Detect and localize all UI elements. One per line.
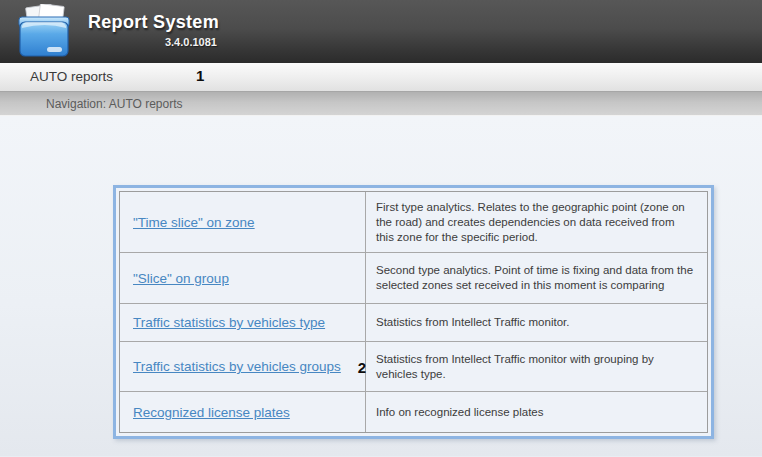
callout-marker-1: 1 (196, 67, 204, 84)
app-title: Report System (88, 12, 219, 33)
table-row: "Slice" on group Second type analytics. … (120, 252, 707, 303)
main-content: "Time slice" on zone First type analytic… (0, 116, 762, 456)
report-link-recognized-license-plates[interactable]: Recognized license plates (133, 405, 290, 420)
report-link-cell: Recognized license plates (120, 392, 366, 432)
report-link-slice-on-group[interactable]: "Slice" on group (133, 271, 229, 286)
reports-table-inner: "Time slice" on zone First type analytic… (119, 191, 708, 433)
table-row: Recognized license plates Info on recogn… (120, 391, 707, 432)
reports-table: "Time slice" on zone First type analytic… (113, 185, 714, 439)
app-header: Report System 3.4.0.1081 (0, 0, 762, 63)
breadcrumb: Navigation: AUTO reports (46, 97, 183, 111)
report-link-time-slice-on-zone[interactable]: "Time slice" on zone (133, 215, 255, 230)
title-block: Report System 3.4.0.1081 (88, 12, 219, 48)
table-row: Traffic statistics by vehicles type Stat… (120, 303, 707, 341)
report-system-window: Report System 3.4.0.1081 AUTO reports 1 … (0, 0, 762, 457)
report-link-cell: Traffic statistics by vehicles groups 2 (120, 342, 366, 391)
report-description: Second type analytics. Point of time is … (366, 253, 707, 303)
report-link-traffic-statistics-by-vehicles-type[interactable]: Traffic statistics by vehicles type (133, 315, 325, 330)
report-description-text: Second type analytics. Point of time is … (376, 263, 695, 293)
reports-folder-icon (13, 4, 75, 59)
report-description: Statistics from Intellect Traffic monito… (366, 304, 707, 341)
menu-bar: AUTO reports 1 (0, 63, 762, 92)
menu-item-auto-reports[interactable]: AUTO reports (30, 69, 113, 84)
navigation-bar: Navigation: AUTO reports (0, 92, 762, 116)
report-link-cell: Traffic statistics by vehicles type (120, 304, 366, 341)
report-link-traffic-statistics-by-vehicles-groups[interactable]: Traffic statistics by vehicles groups (133, 359, 341, 374)
report-description: Info on recognized license plates (366, 392, 707, 432)
report-description-text: Statistics from Intellect Traffic monito… (376, 352, 695, 382)
report-description-text: First type analytics. Relates to the geo… (376, 200, 695, 245)
report-description-text: Info on recognized license plates (376, 405, 544, 420)
report-description-text: Statistics from Intellect Traffic monito… (376, 315, 569, 330)
report-link-cell: "Time slice" on zone (120, 192, 366, 252)
table-row: Traffic statistics by vehicles groups 2 … (120, 341, 707, 391)
report-description: Statistics from Intellect Traffic monito… (366, 342, 707, 391)
app-version: 3.4.0.1081 (88, 36, 219, 48)
report-link-cell: "Slice" on group (120, 253, 366, 303)
report-description: First type analytics. Relates to the geo… (366, 192, 707, 252)
callout-marker-2: 2 (358, 358, 366, 375)
table-row: "Time slice" on zone First type analytic… (120, 192, 707, 252)
